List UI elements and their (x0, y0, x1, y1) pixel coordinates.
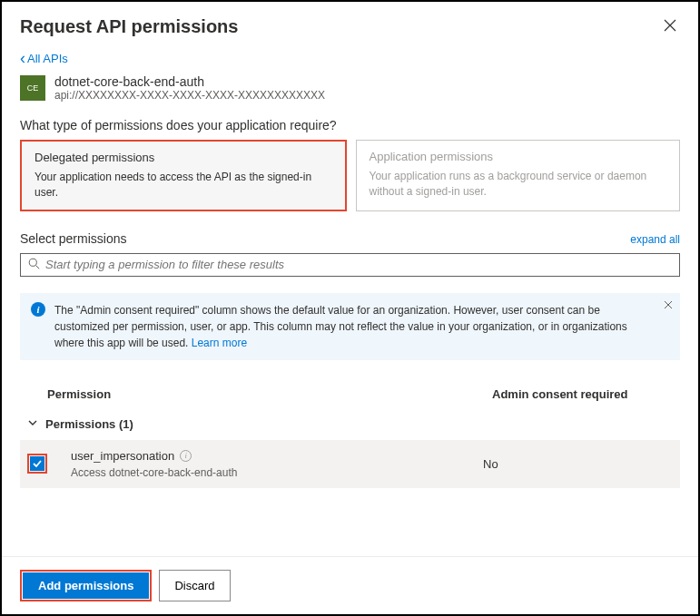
learn-more-link[interactable]: Learn more (192, 337, 247, 349)
permission-type-question: What type of permissions does your appli… (20, 118, 680, 132)
api-header: CE dotnet-core-back-end-auth api://XXXXX… (20, 74, 680, 102)
table-header: Permission Admin consent required (20, 380, 680, 408)
table-row: user_impersonation i Access dotnet-core-… (20, 440, 680, 488)
page-title: Request API permissions (20, 16, 238, 37)
back-label: All APIs (27, 52, 68, 65)
footer: Add permissions Discard (2, 556, 698, 614)
permission-checkbox[interactable] (30, 456, 44, 471)
permission-search[interactable] (20, 253, 680, 277)
admin-consent-value: No (483, 457, 498, 471)
delegated-title: Delegated permissions (35, 151, 332, 164)
discard-button[interactable]: Discard (159, 570, 230, 601)
back-all-apis-link[interactable]: All APIs (20, 52, 68, 65)
dismiss-info-icon[interactable] (664, 300, 673, 311)
select-permissions-label: Select permissions (20, 231, 127, 246)
api-icon: CE (20, 75, 45, 101)
add-permissions-button[interactable]: Add permissions (23, 572, 149, 599)
close-icon[interactable] (660, 15, 680, 38)
info-text: The "Admin consent required" column show… (54, 302, 655, 351)
info-icon: i (31, 302, 45, 317)
svg-point-0 (29, 259, 36, 266)
application-title: Application permissions (370, 150, 667, 163)
api-uri: api://XXXXXXXX-XXXX-XXXX-XXXX-XXXXXXXXXX… (54, 89, 325, 102)
permissions-group-toggle[interactable]: Permissions (1) (20, 408, 680, 440)
search-input[interactable] (45, 258, 672, 271)
expand-all-link[interactable]: expand all (630, 233, 680, 246)
info-banner: i The "Admin consent required" column sh… (20, 293, 680, 360)
col-permission: Permission (47, 387, 492, 401)
application-desc: Your application runs as a background se… (370, 169, 667, 200)
col-admin-consent: Admin consent required (492, 387, 653, 401)
chevron-down-icon (27, 417, 38, 431)
permission-name: user_impersonation (71, 449, 174, 463)
api-name: dotnet-core-back-end-auth (54, 74, 325, 89)
group-label: Permissions (1) (45, 417, 133, 431)
delegated-permissions-card[interactable]: Delegated permissions Your application n… (20, 140, 347, 211)
search-icon (28, 258, 40, 272)
info-hint-icon[interactable]: i (180, 450, 192, 462)
application-permissions-card[interactable]: Application permissions Your application… (356, 140, 681, 211)
svg-line-1 (36, 265, 40, 269)
permission-desc: Access dotnet-core-back-end-auth (71, 466, 483, 479)
delegated-desc: Your application needs to access the API… (35, 170, 332, 200)
